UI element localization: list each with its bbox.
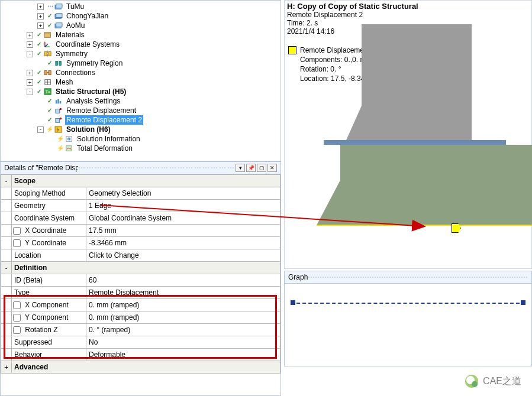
prop-value[interactable]: -8.3466 mm [86, 237, 280, 249]
tree-item-label[interactable]: TuMu [65, 2, 85, 11]
status-check-icon: ✓ [35, 87, 43, 96]
tree-item-label[interactable]: Solution Information [76, 134, 141, 144]
tree-item-label[interactable]: Materials [54, 30, 86, 40]
prop-value[interactable]: Click to Change [86, 249, 280, 262]
tree-item[interactable]: +✓AoMu [5, 21, 280, 30]
expander-icon[interactable]: - [37, 126, 44, 133]
prop-value[interactable]: Global Coordinate System [86, 212, 280, 225]
tree-item-label[interactable]: Symmetry [54, 49, 89, 59]
expander-icon[interactable]: + [27, 32, 33, 38]
prop-checkbox[interactable] [13, 227, 21, 235]
expander-icon[interactable]: + [27, 70, 33, 76]
deform-icon [65, 144, 74, 152]
mesh-icon [43, 78, 53, 86]
tree-item[interactable]: +✓Mesh [5, 77, 280, 87]
tree-item-label[interactable]: Total Deformation [76, 144, 134, 153]
prop-value[interactable]: 0. ° (ramped) [86, 324, 280, 336]
svg-text:T=: T= [46, 90, 50, 94]
tree-item[interactable]: -✓T=Static Structural (H5) [5, 87, 280, 96]
prop-value[interactable]: 0. mm (ramped) [86, 299, 280, 311]
body-icon [54, 2, 63, 11]
tree-item-label[interactable]: Static Structural (H5) [54, 87, 127, 96]
prop-value[interactable]: Remote Displacement [86, 287, 280, 299]
group-toggle[interactable]: - [1, 262, 12, 274]
details-pane: Details of "Remote Displacement 2" ▾ 📌 ▢… [0, 161, 281, 396]
tree-item[interactable]: +✓Connections [5, 68, 280, 77]
tree-item[interactable]: ⚡iSolution Information [5, 134, 280, 144]
status-check-icon: ✓ [35, 40, 43, 49]
tree-item[interactable]: ✓Remote Displacement 2 [5, 115, 280, 125]
expander-icon[interactable]: + [27, 41, 33, 48]
svg-rect-6 [44, 33, 50, 38]
group-label[interactable]: Advanced [12, 361, 280, 374]
graphics-viewport[interactable]: H: Copy of Copy of Static Structural Rem… [284, 0, 532, 269]
viewport-title: H: Copy of Copy of Static Structural [287, 2, 418, 11]
prop-value[interactable]: 0. mm (ramped) [86, 311, 280, 324]
prop-checkbox[interactable] [13, 301, 21, 309]
svg-rect-15 [59, 61, 61, 66]
group-toggle[interactable]: - [1, 175, 12, 187]
prop-value[interactable]: Deformable [86, 349, 280, 361]
dropdown-button[interactable]: ▾ [236, 164, 245, 172]
prop-label: Coordinate System [12, 212, 86, 225]
svg-rect-17 [49, 71, 51, 75]
prop-checkbox[interactable] [13, 314, 21, 322]
expander-icon[interactable]: + [37, 22, 44, 29]
close-button[interactable]: ✕ [267, 164, 277, 172]
property-grid[interactable]: -ScopeScoping MethodGeometry SelectionGe… [1, 174, 280, 395]
prop-checkbox[interactable] [13, 326, 21, 334]
status-check-icon: ✓ [35, 68, 43, 77]
tree-item-label[interactable]: Mesh [54, 77, 74, 87]
tree-item-label[interactable]: Solution (H6) [65, 125, 112, 134]
outline-tree[interactable]: +⋯TuMu+✓ChongYaJian+✓AoMu+✓Materials+✓Co… [1, 1, 280, 153]
prop-value[interactable]: 1 Edge [86, 200, 280, 212]
maximize-button[interactable]: ▢ [257, 164, 266, 172]
tree-item[interactable]: +✓ChongYaJian [5, 11, 280, 21]
tree-item-label[interactable]: ChongYaJian [65, 11, 109, 21]
symreg-icon [54, 59, 63, 67]
graph-title-text: Graph [288, 273, 308, 281]
expander-icon[interactable]: + [37, 13, 44, 20]
status-check-icon: ✓ [35, 30, 43, 40]
tree-item[interactable]: -✓Symmetry [5, 49, 280, 59]
tree-item[interactable]: ✓Symmetry Region [5, 59, 280, 68]
expander-icon[interactable]: - [27, 51, 33, 57]
expander-icon[interactable]: - [27, 89, 33, 95]
body-gray [362, 24, 472, 140]
tree-item[interactable]: ⚡Total Deformation [5, 144, 280, 153]
tree-item[interactable]: -⚡Solution (H6) [5, 125, 280, 134]
details-window-buttons: ▾ 📌 ▢ ✕ [236, 164, 277, 172]
prop-value[interactable]: Geometry Selection [86, 187, 280, 200]
tree-item-label[interactable]: Remote Displacement 2 [65, 115, 143, 125]
tree-item[interactable]: +⋯TuMu [5, 2, 280, 11]
watermark: CAE之道 [465, 375, 521, 388]
svg-rect-1 [56, 4, 62, 8]
tree-item[interactable]: ✓Remote Displacement [5, 106, 280, 115]
geometry-canvas[interactable] [309, 24, 531, 268]
tree-item[interactable]: ✓Analysis Settings [5, 96, 280, 106]
tree-item-label[interactable]: Coordinate Systems [54, 40, 121, 49]
group-toggle[interactable]: + [1, 361, 12, 374]
tree-item[interactable]: +✓Coordinate Systems [5, 40, 280, 49]
expander-icon [37, 108, 44, 114]
expander-icon[interactable]: + [27, 79, 33, 86]
prop-value[interactable]: No [86, 336, 280, 349]
pin-button[interactable]: 📌 [246, 164, 256, 172]
tree-item-label[interactable]: Connections [54, 68, 96, 77]
prop-label: ID (Beta) [12, 274, 86, 287]
tree-item[interactable]: +✓Materials [5, 30, 280, 40]
group-label[interactable]: Scope [12, 175, 280, 187]
graph-body[interactable] [285, 284, 531, 365]
status-check-icon: ✓ [35, 49, 43, 59]
prop-value[interactable]: 60 [86, 274, 280, 287]
svg-rect-25 [57, 99, 59, 104]
tree-item-label[interactable]: AoMu [65, 21, 86, 30]
tree-item-label[interactable]: Analysis Settings [65, 96, 121, 106]
tree-item-label[interactable]: Remote Displacement [65, 106, 137, 115]
symmetry-icon [43, 50, 53, 58]
group-label[interactable]: Definition [12, 262, 280, 274]
prop-value[interactable]: 17.5 mm [86, 225, 280, 237]
tree-item-label[interactable]: Symmetry Region [65, 59, 124, 68]
prop-checkbox[interactable] [13, 239, 21, 247]
expander-icon[interactable]: + [37, 4, 44, 10]
